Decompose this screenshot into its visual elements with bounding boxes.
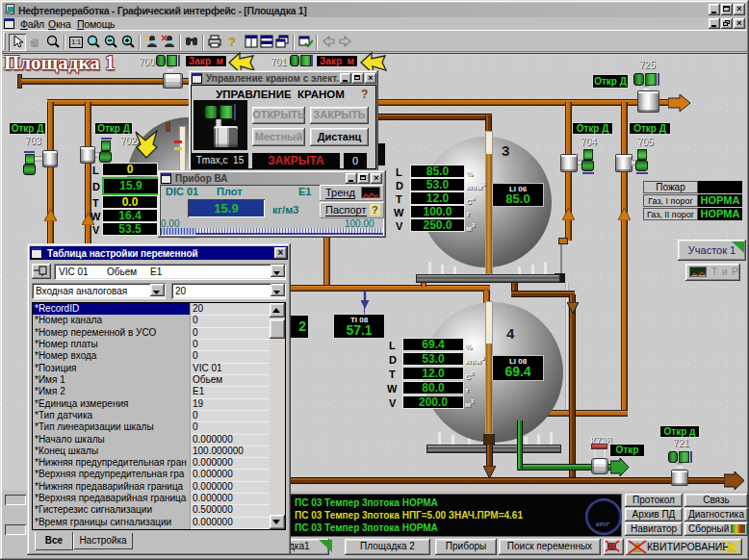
svg-text:?: ? bbox=[144, 34, 150, 43]
